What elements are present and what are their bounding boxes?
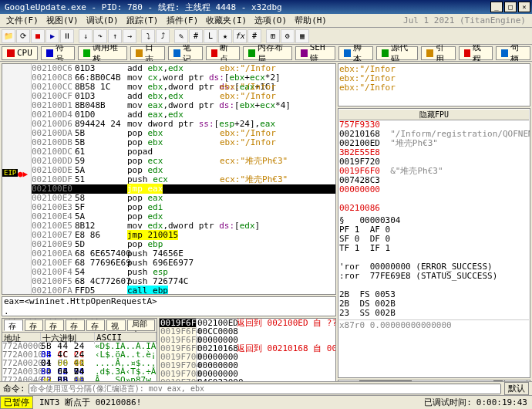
calc-icon[interactable]: ▦ (295, 29, 309, 43)
debug-time: 0:00:19:43 (472, 397, 532, 407)
titlebar: GoogleUpdate.exe - PID: 780 - 线程: 主线程 44… (0, 0, 532, 14)
hex-row[interactable]: 772A0040C2 08 00 90 53 51 BB 70 38 37 77… (2, 376, 157, 381)
info-line1: eax=<wininet.HttpOpenRequestA> (4, 296, 334, 306)
cmd-input[interactable] (29, 384, 501, 394)
minimize-button[interactable]: _ (490, 2, 503, 12)
view-tab[interactable]: 断点 (206, 46, 241, 60)
maximize-button[interactable]: □ (504, 2, 517, 12)
tab-icon (211, 49, 218, 57)
tab-icon (136, 49, 143, 57)
registers-panel[interactable]: 隐藏FPU 757F9330 00210168 "/Inform/registr… (338, 108, 530, 378)
tab-label: 断点 (220, 45, 234, 62)
view-tab[interactable]: 笔记 (168, 46, 203, 60)
step-over-icon[interactable]: ↷ (93, 29, 107, 43)
cmd-default-button[interactable]: 默认 (504, 382, 529, 395)
dump-header: 地址 十六进制 ASCII (2, 333, 157, 342)
search-icon[interactable]: # (247, 29, 261, 43)
status-paused: 已暂停 (0, 396, 33, 409)
tab-icon (501, 49, 508, 57)
close-button[interactable]: × (518, 2, 530, 12)
toolbar-tabs: CPU符号调用堆栈日志笔记断点内存布局SEH链脚本源代码引用线程句柄 (0, 45, 532, 62)
tab-label: 引用 (436, 45, 450, 62)
dump-tab[interactable]: 内存 5 (86, 319, 106, 331)
trace-over-icon[interactable]: ⤴ (156, 29, 170, 43)
tab-label: 脚本 (353, 45, 368, 62)
eip-marker: EIP (2, 169, 18, 177)
cmd-label: 命令: (3, 383, 25, 394)
open-icon[interactable]: 📁 (2, 29, 15, 43)
view-tab[interactable]: 脚本 (338, 46, 373, 60)
dump-tab[interactable]: 内存 1 (4, 319, 23, 331)
dump-tab[interactable]: 监视 1 (106, 319, 126, 331)
view-tab[interactable]: 内存布局 (243, 46, 292, 60)
view-tab[interactable]: 句柄 (496, 46, 530, 60)
info-box: eax=<wininet.HttpOpenRequestA> . (2, 296, 336, 316)
status-bar: 已暂停 INT3 断点于 00210086! 已调试时间: 0:00:19:43 (0, 395, 532, 409)
patch-icon[interactable]: ✎ (174, 29, 188, 43)
dump-panel[interactable]: 内存 1内存 2内存 3内存 4内存 5监视 1[x≡] 局部变 地址 十六进制… (2, 318, 157, 381)
register-row[interactable]: 00210086 (339, 204, 529, 213)
menu-item[interactable]: 调试(D) (83, 15, 122, 26)
settings-icon[interactable]: ⚙ (281, 29, 295, 43)
flag-row[interactable]: 23 SS 002B (339, 309, 529, 318)
trace-into-icon[interactable]: ⤵ (141, 29, 155, 43)
flag-row[interactable]: TF 1 IF 1 (339, 244, 529, 253)
view-tab[interactable]: 日志 (130, 46, 165, 60)
comment-icon[interactable]: # (189, 29, 203, 43)
register-row[interactable]: 00000000 (339, 185, 529, 194)
tab-icon (248, 49, 255, 57)
pause-icon[interactable]: ⏸ (60, 29, 74, 43)
flag-row[interactable]: :ror 77FE69E8 (STATUS_SUCCESS) (339, 272, 529, 281)
menu-item[interactable]: 文件(F) (3, 15, 42, 26)
menu-item[interactable]: 帮助(H) (291, 15, 330, 26)
menu-item[interactable]: 视图(V) (43, 15, 82, 26)
view-tab[interactable]: CPU (2, 46, 38, 60)
toolbar-icons: 📁 ⟳ ■ ▶ ⏸ ↓ ↷ ↑ → ⤵ ⤴ ✎ # L ★ fx # ⊞ ⚙ ▦ (0, 28, 532, 45)
step-out-icon[interactable]: ↑ (108, 29, 122, 43)
restart-icon[interactable]: ⟳ (16, 29, 30, 43)
status-message: INT3 断点于 00210086! (33, 397, 147, 408)
fpu-toggle[interactable]: 隐藏FPU (339, 110, 529, 120)
tab-icon (344, 49, 351, 57)
dump-tab[interactable]: 内存 3 (45, 319, 64, 331)
label-icon[interactable]: L (204, 29, 217, 43)
menu-item[interactable]: 收藏夹(I) (203, 15, 250, 26)
stop-icon[interactable]: ■ (31, 29, 45, 43)
tab-icon (382, 49, 389, 57)
bookmark-icon[interactable]: ★ (218, 29, 232, 43)
view-tab[interactable]: 引用 (421, 46, 456, 60)
view-tab[interactable]: 符号 (41, 46, 76, 60)
menu-item[interactable]: 跟踪(T) (123, 15, 162, 26)
menubar: 文件(F)视图(V)调试(D)跟踪(T)插件(F)收藏夹(I)选项(O)帮助(H… (0, 14, 532, 28)
tab-icon (426, 49, 433, 57)
tab-label: 笔记 (183, 45, 197, 62)
call-stack-panel[interactable]: 0019F6F0002100ED返回到 002100ED 自 ???0019F6… (159, 318, 336, 381)
run-icon[interactable]: ▶ (45, 29, 59, 43)
window-title: GoogleUpdate.exe - PID: 780 - 线程: 主线程 44… (2, 2, 489, 13)
register-hints: ebx:"/Inforebx:"/Inforebx:"/Infor (338, 63, 530, 106)
view-tab[interactable]: SEH链 (295, 46, 335, 60)
tab-label: 句柄 (510, 45, 525, 62)
view-tab[interactable]: 源代码 (376, 46, 418, 60)
step-into-icon[interactable]: ↓ (79, 29, 93, 43)
modules-icon[interactable]: ⊞ (266, 29, 280, 43)
menu-item[interactable]: 插件(F) (163, 15, 202, 26)
tab-label: 调用堆栈 (93, 45, 122, 62)
tab-label: 线程 (473, 45, 487, 62)
disasm-row[interactable]: 002100FAFFD5call ebp (32, 286, 335, 294)
dump-tab[interactable]: 内存 4 (66, 319, 85, 331)
dump-tabs: 内存 1内存 2内存 3内存 4内存 5监视 1[x≡] 局部变 (2, 319, 157, 333)
eip-arrow-icon: ●▶ (18, 169, 28, 179)
disassembly-panel[interactable]: EIP ●▶ 002100C601D3add ebx,edxebx:"/Info… (2, 63, 336, 295)
fx-icon[interactable]: fx (233, 29, 247, 43)
view-tab[interactable]: 线程 (459, 46, 493, 60)
run-to-icon[interactable]: → (123, 29, 136, 43)
view-tab[interactable]: 调用堆栈 (78, 46, 127, 60)
info-line2: . (4, 306, 334, 316)
tab-icon (301, 49, 308, 57)
menu-item[interactable]: 选项(O) (251, 15, 290, 26)
dump-tab[interactable]: 内存 2 (25, 319, 44, 331)
dump-tab[interactable]: [x≡] 局部变 (127, 319, 155, 331)
tab-icon (173, 49, 180, 57)
debug-time-label: 已调试时间: (424, 397, 472, 408)
